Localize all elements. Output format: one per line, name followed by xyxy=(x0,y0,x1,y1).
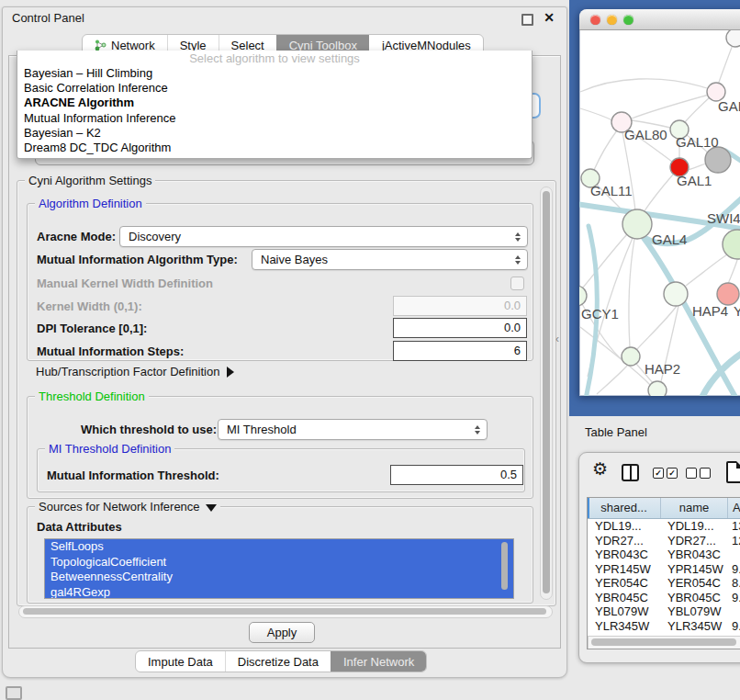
data-attributes-label: Data Attributes xyxy=(37,520,122,534)
apply-button[interactable]: Apply xyxy=(249,622,315,643)
data-attribute-item[interactable]: TopologicalCoefficient xyxy=(45,555,513,570)
network-view-window[interactable]: GALGAL80GAL10GAL1GAL11GAL4SWI4GCY1HAP4YH… xyxy=(579,9,740,396)
network-edge[interactable] xyxy=(688,164,706,170)
sources-group-title[interactable]: Sources for Network Inference xyxy=(35,500,220,514)
network-window-titlebar[interactable] xyxy=(579,9,740,30)
table-cell: 9. xyxy=(727,562,740,577)
network-node[interactable] xyxy=(726,30,740,47)
tab-discretize-data[interactable]: Discretize Data xyxy=(225,651,331,672)
settings-horizontal-scrollbar[interactable] xyxy=(18,605,553,618)
aracne-mode-value: Discovery xyxy=(129,230,181,243)
attributes-list-scrollbar-thumb[interactable] xyxy=(501,542,508,590)
manual-kernel-width-checkbox[interactable] xyxy=(510,277,524,290)
network-edge[interactable] xyxy=(582,234,627,288)
network-node-gal4[interactable] xyxy=(622,209,652,239)
table-cell: 13 xyxy=(727,519,740,534)
network-edge[interactable] xyxy=(728,260,737,284)
network-edge[interactable] xyxy=(580,108,612,120)
algorithm-option-dream8-dc-tdc-algorithm[interactable]: Dream8 DC_TDC Algorithm xyxy=(17,141,532,155)
network-node-label: GAL11 xyxy=(590,183,633,198)
table-horizontal-scrollbar[interactable] xyxy=(588,636,740,649)
settings-horizontal-scrollbar-thumb[interactable] xyxy=(23,608,546,615)
column-layout-icon[interactable] xyxy=(622,464,639,481)
network-edge[interactable] xyxy=(622,132,635,210)
tab-infer-network[interactable]: Infer Network xyxy=(331,651,426,672)
algorithm-option-mutual-information-inference[interactable]: Mutual Information Inference xyxy=(17,111,532,126)
tab-impute-data[interactable]: Impute Data xyxy=(136,651,225,672)
table-cell: YBR043C xyxy=(588,548,660,562)
table-row[interactable]: YBR043CYBR043C xyxy=(588,548,740,562)
float-panel-icon[interactable] xyxy=(521,14,533,26)
split-pane-collapse-icon[interactable]: ‹ xyxy=(555,333,559,345)
column-header-a[interactable]: A xyxy=(728,498,740,518)
table-row[interactable]: YBR045CYBR045C9. xyxy=(588,591,740,605)
settings-vertical-scrollbar-thumb[interactable] xyxy=(543,191,550,593)
network-node[interactable] xyxy=(705,147,731,173)
table-cell: 9. xyxy=(727,591,740,605)
table-row[interactable]: YPR145WYPR145W9. xyxy=(588,562,740,577)
table-cell: YLR345W xyxy=(660,619,727,634)
algorithm-option-basic-correlation-inference[interactable]: Basic Correlation Inference xyxy=(17,81,532,96)
table-panel-window: ⚙ ✓✓ shared...nameA YDL19...YDL19...13YD… xyxy=(578,452,740,663)
data-attribute-item[interactable]: gal4RGexp xyxy=(45,585,513,600)
window-traffic-lights[interactable] xyxy=(590,15,633,25)
table-settings-gear-icon[interactable]: ⚙ xyxy=(592,460,608,479)
network-edge[interactable] xyxy=(685,97,710,122)
which-threshold-combo[interactable]: MI Threshold xyxy=(218,419,488,440)
network-node[interactable] xyxy=(648,381,667,396)
table-cell: YLR345W xyxy=(588,619,660,634)
network-node-label: GAL80 xyxy=(624,127,667,142)
table-cell: YER054C xyxy=(588,576,660,591)
dpi-tolerance-field[interactable]: 0.0 xyxy=(393,318,527,338)
algorithm-option-aracne-algorithm[interactable]: ARACNE Algorithm xyxy=(17,96,532,110)
network-node-hap4[interactable] xyxy=(664,282,688,306)
column-header-shared[interactable]: shared... xyxy=(588,498,661,518)
column-header-name[interactable]: name xyxy=(661,498,728,518)
mi-steps-label: Mutual Information Steps: xyxy=(37,344,184,358)
deselect-all-columns-icon[interactable] xyxy=(686,468,711,479)
algorithm-dropdown-popup: Select algorithm to view settings Bayesi… xyxy=(17,51,533,159)
network-node-y[interactable] xyxy=(717,283,739,305)
hub-transcription-section-toggle[interactable]: Hub/Transcription Factor Definition xyxy=(36,365,234,378)
zoom-window-icon[interactable] xyxy=(623,15,633,25)
data-attributes-list[interactable]: SelfLoopsTopologicalCoefficientBetweenne… xyxy=(44,538,514,599)
table-row[interactable]: YDR27...YDR27...12 xyxy=(588,534,740,548)
select-all-columns-icon[interactable]: ✓✓ xyxy=(653,468,678,479)
data-attribute-item[interactable]: BetweennessCentrality xyxy=(45,570,513,585)
close-window-icon[interactable] xyxy=(590,15,600,25)
table-row[interactable]: YLR345WYLR345W9. xyxy=(588,619,740,634)
table-header-row: shared...nameA xyxy=(588,498,740,519)
algorithm-option-bayesian-k2[interactable]: Bayesian – K2 xyxy=(17,126,532,141)
aracne-mode-combo[interactable]: Discovery xyxy=(119,226,528,247)
network-edge[interactable] xyxy=(594,130,617,170)
minimize-window-icon[interactable] xyxy=(607,15,617,25)
close-panel-icon[interactable]: ✕ xyxy=(544,10,555,25)
network-edge[interactable] xyxy=(597,365,628,394)
network-edge-thick[interactable] xyxy=(701,351,740,396)
mi-threshold-field[interactable]: 0.5 xyxy=(390,465,523,485)
network-edge[interactable] xyxy=(632,95,709,119)
export-table-icon[interactable] xyxy=(726,461,740,483)
table-row[interactable]: YDL19...YDL19...13 xyxy=(588,519,740,534)
network-edge[interactable] xyxy=(629,239,634,347)
settings-vertical-scrollbar[interactable] xyxy=(540,186,553,600)
network-edge[interactable] xyxy=(644,175,673,212)
minimized-panel-icon[interactable] xyxy=(6,686,22,700)
network-edge[interactable] xyxy=(686,254,727,286)
table-cell: YDL19... xyxy=(660,519,727,534)
table-cell: YBR045C xyxy=(588,591,660,605)
algorithm-option-bayesian-hill-climbing[interactable]: Bayesian – Hill Climbing xyxy=(17,66,532,81)
mi-algorithm-type-combo[interactable]: Naive Bayes xyxy=(252,249,528,270)
network-edge[interactable] xyxy=(580,79,707,92)
network-node-swi4[interactable] xyxy=(723,230,740,259)
table-row[interactable]: YBL079WYBL079W xyxy=(588,604,740,619)
mi-steps-field[interactable]: 6 xyxy=(393,341,527,361)
table-row[interactable]: YER054CYER054C8. xyxy=(588,576,740,591)
data-attribute-item[interactable]: SelfLoops xyxy=(45,539,513,555)
network-canvas[interactable]: GALGAL80GAL10GAL1GAL11GAL4SWI4GCY1HAP4YH… xyxy=(579,30,740,396)
aracne-mode-label: Aracne Mode: xyxy=(37,230,116,243)
network-node-gcy1[interactable] xyxy=(579,286,587,306)
kernel-width-field[interactable]: 0.0 xyxy=(393,296,527,316)
table-horizontal-scrollbar-thumb[interactable] xyxy=(591,638,736,646)
network-node-hap2[interactable] xyxy=(622,347,640,366)
